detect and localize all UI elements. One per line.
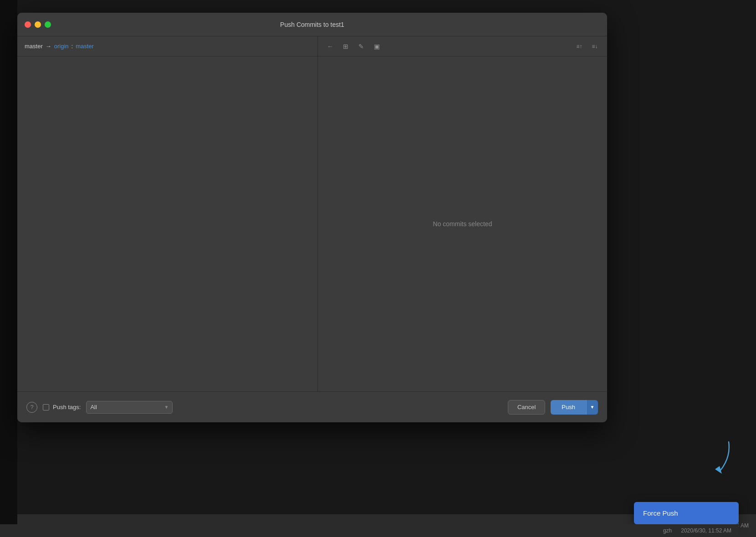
remote-name: origin [54,43,69,50]
branch-separator: : [72,43,73,50]
local-branch: master [25,43,43,50]
back-button[interactable]: ← [323,41,337,52]
edit-button[interactable]: ✎ [354,41,368,52]
push-commits-dialog: Push Commits to test1 master → origin : … [17,13,607,422]
push-tags-label-text: Push tags: [53,404,81,410]
tags-value: All [90,404,97,410]
bg-date-2: 2020/6/30, 11:52 AM [681,527,731,534]
remote-branch: master [76,43,94,50]
arrow-indicator [706,440,733,478]
grid-icon: ⊞ [343,43,348,50]
bg-author-2: gzh [663,527,672,534]
image-button[interactable]: ▣ [370,41,383,52]
push-dropdown-arrow-icon: ▼ [590,405,595,410]
right-panel: ← ⊞ ✎ ▣ ≡↑ ≡ [318,36,607,391]
commit-detail-area: No commits selected [318,56,607,391]
collapse-all-icon: ≡↑ [576,43,582,50]
edit-icon: ✎ [358,43,364,50]
cancel-button[interactable]: Cancel [508,400,545,415]
close-button[interactable] [25,21,31,28]
image-icon: ▣ [374,43,380,50]
dialog-title: Push Commits to test1 [280,21,344,28]
branch-header: master → origin : master [17,36,317,56]
help-icon: ? [30,404,33,410]
toolbar-right: ≡↑ ≡↓ [572,41,602,52]
toolbar-left: ← ⊞ ✎ ▣ [323,41,383,52]
dropdown-arrow-icon: ▼ [164,405,169,410]
minimize-button[interactable] [35,21,41,28]
expand-all-icon: ≡↓ [592,43,598,50]
collapse-all-button[interactable]: ≡↑ [572,41,586,52]
back-icon: ← [327,43,333,50]
branch-arrow: → [46,43,51,50]
maximize-button[interactable] [45,21,51,28]
tags-dropdown[interactable]: All ▼ [86,401,173,414]
force-push-button[interactable]: Force Push [634,502,739,524]
push-tags-group[interactable]: Push tags: [43,404,81,410]
dialog-body: master → origin : master ← ⊞ ✎ [17,36,607,391]
push-button-group: Push ▼ [551,400,598,415]
left-panel: master → origin : master [17,36,318,391]
help-button[interactable]: ? [26,402,37,413]
push-button[interactable]: Push [551,400,586,415]
title-bar: Push Commits to test1 [17,13,607,36]
dialog-footer: ? Push tags: All ▼ Cancel Push ▼ [17,391,607,422]
push-tags-checkbox[interactable] [43,404,49,410]
right-toolbar: ← ⊞ ✎ ▣ ≡↑ ≡ [318,36,607,56]
expand-all-button[interactable]: ≡↓ [588,41,602,52]
traffic-lights [25,21,51,28]
grid-view-button[interactable]: ⊞ [339,41,352,52]
commits-list [17,56,317,391]
no-commits-message: No commits selected [433,220,492,228]
bg-row-2: gzh 2020/6/30, 11:52 AM [663,527,731,534]
force-push-dropdown: Force Push [634,502,739,524]
push-dropdown-arrow-button[interactable]: ▼ [586,400,598,415]
